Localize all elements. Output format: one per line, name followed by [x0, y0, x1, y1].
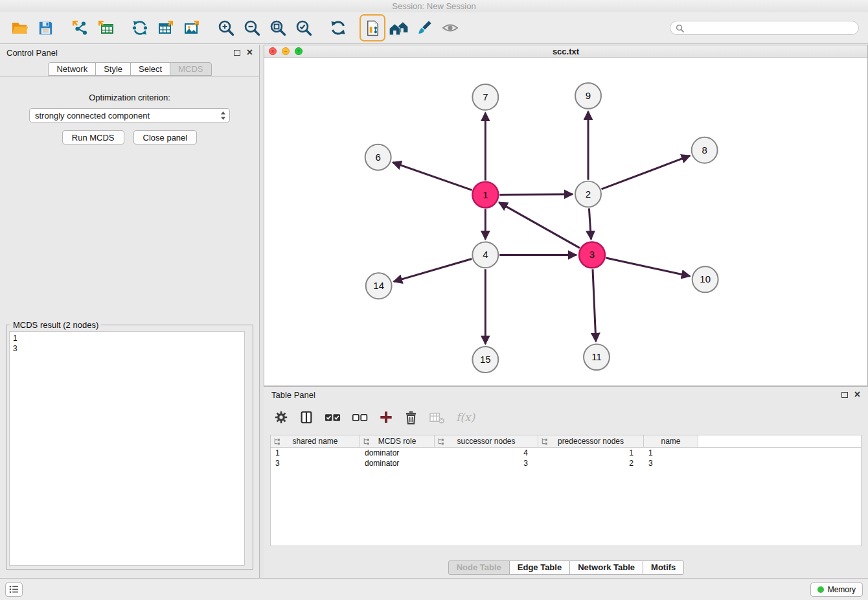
graph-edge-4-14[interactable] — [394, 259, 472, 282]
graph-edge-3-10[interactable] — [606, 258, 690, 276]
cell-mcds-role[interactable]: dominator — [360, 459, 435, 468]
column-header-name[interactable]: name — [644, 435, 698, 447]
control-panel-title: Control Panel — [6, 48, 58, 58]
column-header-predecessor-nodes[interactable]: predecessor nodes — [538, 435, 644, 447]
zoom-selected-button[interactable] — [291, 14, 317, 41]
zoom-out-button[interactable] — [239, 14, 265, 41]
table-panel-title: Table Panel — [271, 390, 315, 400]
graph-node-label-10: 10 — [700, 273, 711, 284]
graph-node-label-15: 15 — [480, 354, 491, 365]
column-header-filler — [698, 435, 861, 447]
tab-select[interactable]: Select — [130, 62, 170, 76]
import-network-icon — [71, 19, 89, 37]
cyndex-open-button[interactable] — [360, 14, 385, 41]
minimize-window-icon[interactable]: − — [282, 47, 290, 55]
export-image-button[interactable] — [179, 14, 205, 41]
graph-node-label-3: 3 — [589, 249, 595, 260]
float-table-panel-icon[interactable] — [841, 392, 848, 398]
table-row[interactable]: 1 dominator 4 1 1 — [271, 448, 861, 458]
visibility-button[interactable] — [437, 14, 463, 41]
column-tree-icon — [541, 437, 548, 445]
delete-column-button[interactable] — [429, 411, 445, 424]
graph-node-label-11: 11 — [591, 351, 602, 362]
zoom-window-icon[interactable]: + — [295, 47, 303, 55]
memory-label: Memory — [828, 585, 856, 594]
run-mcds-button[interactable]: Run MCDS — [62, 130, 124, 144]
import-network-button[interactable] — [67, 14, 93, 41]
add-row-button[interactable] — [379, 410, 393, 424]
column-header-successor-nodes[interactable]: successor nodes — [435, 435, 538, 447]
zoom-in-icon — [217, 19, 235, 37]
mcds-result-list[interactable]: 1 3 — [9, 331, 245, 566]
cell-predecessor-nodes[interactable]: 2 — [538, 459, 644, 468]
float-panel-icon[interactable] — [234, 50, 240, 56]
control-panel-tabbar: Network Style Select MCDS — [0, 60, 259, 76]
close-panel-icon[interactable]: × — [247, 47, 253, 58]
tab-edge-table[interactable]: Edge Table — [509, 560, 570, 575]
graph-edge-1-2[interactable] — [499, 194, 573, 195]
table-header-row: shared name MCDS role successor nodes pr… — [271, 435, 861, 448]
save-session-button[interactable] — [32, 14, 58, 41]
zoom-in-button[interactable] — [213, 14, 239, 41]
search-input[interactable] — [687, 23, 853, 32]
column-header-mcds-role[interactable]: MCDS role — [360, 435, 435, 447]
cell-shared-name[interactable]: 1 — [271, 448, 360, 457]
network-graph[interactable]: 7968124314101511 — [264, 58, 867, 386]
cell-shared-name[interactable]: 3 — [271, 459, 360, 468]
zoom-selected-icon — [295, 19, 313, 37]
export-table-button[interactable] — [153, 14, 179, 41]
new-network-button[interactable] — [127, 14, 153, 41]
graph-edge-1-6[interactable] — [393, 163, 472, 190]
graph-node-label-7: 7 — [483, 91, 488, 102]
tab-network-table[interactable]: Network Table — [569, 560, 643, 575]
show-columns-button[interactable] — [299, 410, 314, 424]
column-tree-icon — [273, 437, 280, 445]
open-session-button[interactable] — [6, 14, 32, 41]
graph-edge-3-11[interactable] — [593, 269, 596, 341]
graph-edge-2-3[interactable] — [589, 208, 591, 239]
optimization-select[interactable]: strongly connected component — [29, 108, 230, 122]
close-panel-button[interactable]: Close panel — [133, 130, 198, 144]
control-panel: Control Panel × Network Style Select MCD… — [0, 45, 260, 578]
table-settings-button[interactable] — [274, 410, 288, 424]
tab-mcds[interactable]: MCDS — [170, 62, 211, 76]
apply-function-button[interactable]: f(x) — [456, 411, 475, 424]
deselect-all-button[interactable] — [352, 410, 368, 424]
optimization-selected-value: strongly connected component — [35, 111, 220, 121]
show-columns-icon — [299, 410, 314, 424]
tab-style[interactable]: Style — [95, 62, 131, 76]
import-table-button[interactable] — [93, 14, 119, 41]
style-button[interactable] — [411, 14, 437, 41]
add-icon — [379, 410, 393, 424]
cell-successor-nodes[interactable]: 4 — [435, 448, 538, 457]
cyndex-home-button[interactable] — [385, 14, 411, 41]
tab-node-table[interactable]: Node Table — [448, 560, 510, 575]
table-panel-header: Table Panel × — [264, 387, 868, 402]
memory-button[interactable]: Memory — [810, 583, 863, 597]
graph-node-label-6: 6 — [375, 152, 380, 163]
graph-edge-2-8[interactable] — [602, 156, 691, 189]
network-canvas[interactable]: 7968124314101511 — [264, 58, 867, 386]
table-row[interactable]: 3 dominator 3 2 3 — [271, 458, 861, 468]
cell-successor-nodes[interactable]: 3 — [435, 459, 538, 468]
close-table-panel-icon[interactable]: × — [854, 389, 860, 400]
graph-edge-3-1[interactable] — [499, 202, 580, 248]
mcds-result-line: 3 — [13, 343, 241, 354]
apply-layout-button[interactable] — [325, 14, 351, 41]
mcds-panel-body: Optimization criterion: strongly connect… — [0, 76, 259, 144]
delete-row-button[interactable] — [404, 410, 418, 425]
cell-mcds-role[interactable]: dominator — [360, 448, 435, 457]
close-window-icon[interactable]: × — [269, 47, 277, 55]
table-toolbar: f(x) — [264, 402, 868, 432]
cell-name[interactable]: 3 — [644, 459, 698, 468]
cell-name[interactable]: 1 — [644, 448, 698, 457]
tab-network[interactable]: Network — [48, 62, 96, 76]
cell-predecessor-nodes[interactable]: 1 — [538, 448, 644, 457]
mcds-result-line: 1 — [13, 333, 241, 343]
zoom-fit-button[interactable] — [265, 14, 291, 41]
column-header-shared-name[interactable]: shared name — [271, 435, 360, 447]
panel-toggle-button[interactable] — [5, 583, 23, 597]
tab-motifs[interactable]: Motifs — [643, 560, 684, 575]
select-all-button[interactable] — [325, 410, 341, 424]
search-box — [670, 21, 859, 35]
